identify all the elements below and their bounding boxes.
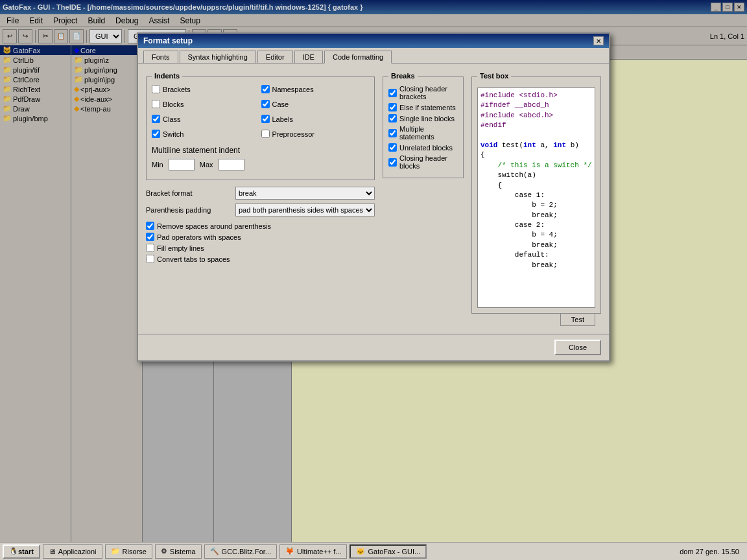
cb-blocks: Blocks bbox=[152, 100, 260, 108]
dialog-left-panel: Indents Brackets Namespaces Blocks bbox=[146, 71, 375, 326]
test-line-10: { bbox=[480, 181, 592, 191]
test-line-18: break; bbox=[480, 261, 592, 270]
labels-checkbox[interactable] bbox=[261, 115, 270, 123]
cb-convert-tabs: Convert tabs to spaces bbox=[146, 255, 375, 263]
case-label: Case bbox=[272, 100, 289, 108]
app-icon: 🖥 bbox=[49, 548, 56, 555]
pad-operators-label: Pad operators with spaces bbox=[157, 233, 241, 241]
single-line-checkbox[interactable] bbox=[388, 114, 397, 122]
start-icon: 🐧 bbox=[9, 547, 18, 555]
cb-unrelated-blocks: Unrelated blocks bbox=[388, 143, 458, 152]
taskbar-gatofax[interactable]: 🐱 GatoFax - GUI... bbox=[350, 544, 427, 559]
format-setup-dialog: Format setup ✕ Fonts Syntax highlighting… bbox=[137, 32, 610, 362]
start-button[interactable]: 🐧 start bbox=[3, 544, 40, 559]
max-label: Max bbox=[200, 161, 213, 169]
convert-tabs-label: Convert tabs to spaces bbox=[157, 255, 230, 263]
test-line-11: case 1: bbox=[480, 191, 592, 200]
multiple-statements-label: Multiple statements bbox=[399, 125, 458, 141]
preprocessor-label: Preprocessor bbox=[272, 130, 314, 138]
test-line-2: #ifndef __abcd_h bbox=[480, 100, 592, 110]
taskbar-gcc[interactable]: 🔨 GCC.Blitz.For... bbox=[204, 544, 277, 559]
breaks-group: Breaks Closing header brackets Else if s… bbox=[383, 76, 464, 178]
test-line-7: { bbox=[480, 150, 592, 160]
blocks-label: Blocks bbox=[163, 100, 184, 108]
pad-operators-checkbox[interactable] bbox=[146, 233, 154, 241]
taskbar: 🐧 start 🖥 Applicazioni 📁 Risorse ⚙ Siste… bbox=[0, 542, 747, 560]
dialog-close-button[interactable]: ✕ bbox=[593, 36, 604, 45]
remove-spaces-checkbox[interactable] bbox=[146, 222, 154, 230]
closing-header-brackets-checkbox[interactable] bbox=[388, 89, 397, 97]
test-button[interactable]: Test bbox=[560, 313, 595, 326]
taskbar-sistema[interactable]: ⚙ Sistema bbox=[155, 544, 202, 559]
cb-single-line: Single line blocks bbox=[388, 114, 458, 122]
parenthesis-padding-row: Parenthesis padding pad both parenthesis… bbox=[146, 204, 375, 216]
preprocessor-checkbox[interactable] bbox=[261, 130, 270, 138]
fill-empty-checkbox[interactable] bbox=[146, 244, 154, 252]
close-dialog-button[interactable]: Close bbox=[554, 340, 601, 355]
remove-spaces-label: Remove spaces around parenthesis bbox=[157, 222, 271, 230]
test-box-panel: Test box #include <stdio.h> #ifndef __ab… bbox=[471, 71, 601, 326]
parenthesis-padding-select[interactable]: pad both parenthesis sides with spaces bbox=[235, 204, 375, 216]
test-line-17: default: bbox=[480, 250, 592, 260]
test-line-15: b = 4; bbox=[480, 230, 592, 240]
taskbar-applicazioni[interactable]: 🖥 Applicazioni bbox=[43, 544, 102, 559]
multiple-statements-checkbox[interactable] bbox=[388, 129, 397, 137]
dialog-footer: Close bbox=[138, 334, 609, 360]
taskbar-clock: dom 27 gen. 15.50 bbox=[674, 548, 744, 555]
risorse-icon: 📁 bbox=[111, 547, 120, 555]
blocks-checkbox[interactable] bbox=[152, 100, 160, 108]
class-checkbox[interactable] bbox=[152, 115, 160, 123]
test-line-9: switch(a) bbox=[480, 170, 592, 180]
test-line-8: /* this is a switch */ bbox=[480, 161, 592, 170]
max-input[interactable]: 20 bbox=[219, 159, 244, 170]
single-line-label: Single line blocks bbox=[399, 115, 455, 122]
switch-label: Switch bbox=[163, 130, 184, 138]
bracket-format-select[interactable]: break bbox=[235, 187, 375, 200]
case-checkbox[interactable] bbox=[261, 100, 270, 108]
dialog-title-bar: Format setup ✕ bbox=[138, 34, 609, 48]
tab-editor[interactable]: Editor bbox=[257, 51, 293, 63]
cb-switch: Switch bbox=[152, 130, 260, 138]
tab-fonts[interactable]: Fonts bbox=[143, 51, 178, 63]
test-line-5 bbox=[480, 131, 592, 141]
closing-header-blocks-checkbox[interactable] bbox=[388, 158, 397, 167]
test-box-group: Test box #include <stdio.h> #ifndef __ab… bbox=[471, 76, 601, 314]
test-line-16: break; bbox=[480, 240, 592, 250]
fill-empty-label: Fill empty lines bbox=[157, 244, 204, 252]
cb-labels: Labels bbox=[261, 115, 370, 123]
convert-tabs-checkbox[interactable] bbox=[146, 255, 154, 263]
cb-closing-header-blocks: Closing header blocks bbox=[388, 154, 458, 170]
indents-group: Indents Brackets Namespaces Blocks bbox=[146, 76, 375, 180]
min-max-row: Min 2 Max 20 bbox=[152, 159, 369, 170]
options-section: Remove spaces around parenthesis Pad ope… bbox=[146, 222, 375, 263]
cb-case: Case bbox=[261, 100, 370, 108]
tab-ide[interactable]: IDE bbox=[294, 51, 323, 63]
brackets-checkbox[interactable] bbox=[152, 85, 160, 93]
else-if-checkbox[interactable] bbox=[388, 103, 397, 111]
taskbar-risorse[interactable]: 📁 Risorse bbox=[105, 544, 152, 559]
taskbar-ultimate[interactable]: 🦊 Ultimate++ f... bbox=[279, 544, 347, 559]
cb-else-if: Else if statements bbox=[388, 103, 458, 111]
bracket-format-label: Bracket format bbox=[146, 189, 230, 197]
cb-preprocessor: Preprocessor bbox=[261, 130, 370, 138]
unrelated-blocks-label: Unrelated blocks bbox=[399, 144, 453, 152]
cb-multiple-statements: Multiple statements bbox=[388, 125, 458, 141]
unrelated-blocks-checkbox[interactable] bbox=[388, 143, 397, 152]
tab-code-formatting[interactable]: Code formatting bbox=[324, 51, 392, 64]
gatofax-taskbar-icon: 🐱 bbox=[356, 547, 365, 555]
min-input[interactable]: 2 bbox=[169, 159, 195, 170]
cb-remove-spaces: Remove spaces around parenthesis bbox=[146, 222, 375, 230]
min-label: Min bbox=[152, 161, 163, 169]
sistema-icon: ⚙ bbox=[161, 547, 167, 555]
gcc-icon: 🔨 bbox=[210, 547, 219, 555]
tab-syntax[interactable]: Syntax highlighting bbox=[180, 51, 256, 63]
modal-backdrop: Format setup ✕ Fonts Syntax highlighting… bbox=[0, 0, 747, 560]
test-line-4: #endif bbox=[480, 121, 592, 130]
brackets-label: Brackets bbox=[163, 86, 191, 93]
namespaces-checkbox[interactable] bbox=[261, 85, 270, 93]
switch-checkbox[interactable] bbox=[152, 130, 160, 138]
cb-brackets: Brackets bbox=[152, 85, 260, 93]
namespaces-label: Namespaces bbox=[272, 86, 314, 93]
parenthesis-padding-label: Parenthesis padding bbox=[146, 206, 230, 214]
closing-header-brackets-label: Closing header brackets bbox=[399, 85, 458, 100]
